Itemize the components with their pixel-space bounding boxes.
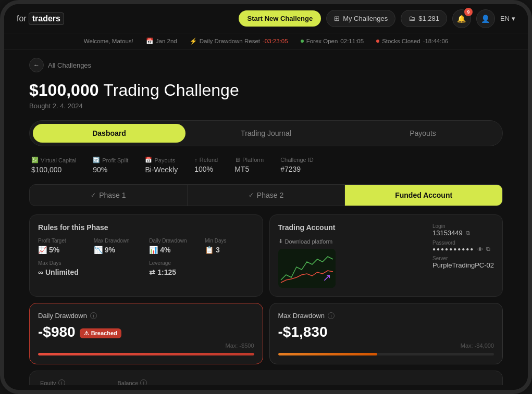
cursor-icon: ↗ — [323, 271, 331, 284]
rule-daily-drawdown: Daily Drawdown 📊 4% — [149, 238, 199, 254]
balance-info-icon[interactable]: i — [140, 379, 147, 385]
stat-refund: ↑ Refund 100% — [194, 157, 218, 174]
phase2-check-icon: ✓ — [249, 192, 254, 199]
sub-navigation: Welcome, Matous! 📅 Jan 2nd ⚡ Daily Drawd… — [4, 33, 528, 49]
forex-status-dot — [301, 40, 304, 43]
trading-account-card: Trading Account ⬇ Download platform — [269, 214, 503, 297]
breached-badge: ⚠ Breached — [80, 328, 121, 338]
max-drawdown-title: Max Drawdown — [278, 312, 325, 320]
max-drawdown-max: Max: -$4,000 — [278, 342, 494, 349]
daily-drawdown-card: Daily Drawdown i -$980 ⚠ Breached Max: -… — [29, 303, 263, 364]
drawdown-icon: 📉 — [94, 246, 103, 254]
nav-right: Start New Challenge ⊞ My Challenges 🗂 $1… — [239, 9, 515, 28]
daily-drawdown-info-icon[interactable]: i — [90, 312, 97, 319]
copy-password-button[interactable]: ⧉ — [486, 246, 490, 252]
forex-open-item: Forex Open 02:11:05 — [301, 38, 364, 44]
my-challenges-button[interactable]: ⊞ My Challenges — [326, 10, 395, 27]
stats-row: 💹 Virtual Capital $100,000 🔄 Profit Spli… — [29, 157, 503, 174]
daily-drawdown-amount: -$980 — [38, 324, 76, 340]
max-drawdown-info-icon[interactable]: i — [328, 312, 335, 319]
notification-badge: 9 — [464, 8, 473, 16]
copy-login-button[interactable]: ⧉ — [466, 230, 470, 236]
refund-icon: ↑ — [194, 157, 197, 163]
profit-icon: 📈 — [38, 246, 47, 254]
user-icon: 👤 — [481, 15, 490, 23]
rules-grid-2: Max Days ∞ Unlimited Leverage ⇄ 1:125 — [38, 260, 254, 276]
back-button[interactable]: ← — [29, 58, 44, 72]
main-content: ← All Challenges $100,000 Trading Challe… — [4, 49, 528, 385]
funded-account-tab[interactable]: Funded Account — [345, 185, 502, 206]
page-title: $100,000 Trading Challenge — [29, 81, 503, 100]
max-drawdown-amount: -$1,830 — [278, 324, 494, 340]
stocks-closed-item: Stocks Closed -18:44:06 — [376, 38, 448, 44]
phase-tabs: ✓ Phase 1 ✓ Phase 2 Funded Account — [29, 184, 503, 206]
platform-preview: ↗ — [278, 249, 336, 288]
equity-info-icon[interactable]: i — [58, 379, 65, 385]
phase1-tab[interactable]: ✓ Phase 1 — [30, 185, 187, 206]
login-row: Login 13153449 ⧉ — [432, 223, 494, 237]
tab-payouts[interactable]: Payouts — [347, 124, 499, 143]
rules-trading-row: Rules for this Phase Profit Target 📈 5% … — [29, 214, 503, 297]
daily-drawdown-title: Daily Drawdown — [38, 312, 87, 320]
logo-for: for — [17, 14, 27, 23]
toggle-password-button[interactable]: 👁 — [477, 246, 483, 252]
bought-date: Bought 2. 4. 2024 — [29, 102, 503, 110]
daily-drawdown-max: Max: -$500 — [38, 342, 254, 349]
calendar-icon: 📅 — [146, 37, 153, 45]
download-platform-link[interactable]: ⬇ Download platform — [278, 238, 426, 245]
stat-payouts: 📅 Payouts Bi-Weekly — [145, 157, 178, 174]
rule-min-days: Min Days 📋 3 — [205, 238, 254, 254]
daily-icon: 📊 — [149, 246, 158, 254]
phase1-check-icon: ✓ — [91, 192, 96, 199]
stat-virtual-capital: 💹 Virtual Capital $100,000 — [31, 157, 76, 174]
logo: for traders — [17, 12, 64, 25]
min-days-icon: 📋 — [205, 246, 214, 254]
welcome-message: Welcome, Matous! — [84, 38, 133, 44]
warning-icon: ⚠ — [84, 330, 89, 337]
rule-max-drawdown: Max Drawdown 📉 9% — [94, 238, 143, 254]
rule-profit-target: Profit Target 📈 5% — [38, 238, 88, 254]
stocks-status-dot — [376, 40, 379, 43]
rule-max-days: Max Days ∞ Unlimited — [38, 260, 143, 276]
phase2-tab[interactable]: ✓ Phase 2 — [187, 185, 345, 206]
trading-account-title: Trading Account — [278, 223, 426, 232]
password-row: Password ●●●●●●●●●● 👁 ⧉ — [432, 240, 494, 252]
top-navigation: for traders Start New Challenge ⊞ My Cha… — [4, 4, 528, 33]
payouts-icon: 📅 — [145, 157, 152, 163]
daily-drawdown-progress — [38, 353, 254, 355]
breadcrumb: ← All Challenges — [29, 58, 503, 72]
breadcrumb-label: All Challenges — [48, 61, 91, 69]
platform-icon: 🖥 — [234, 157, 240, 163]
tab-trading-journal[interactable]: Trading Journal — [190, 124, 342, 143]
stat-platform: 🖥 Platform MT5 — [234, 157, 264, 174]
start-challenge-button[interactable]: Start New Challenge — [239, 10, 321, 27]
drawdown-reset-item: ⚡ Daily Drawdown Reset -03:23:05 — [190, 37, 288, 45]
profit-split-icon: 🔄 — [93, 157, 100, 163]
notification-button[interactable]: 🔔 9 — [452, 9, 471, 28]
server-row: Server PurpleTradingPC-02 — [432, 256, 494, 269]
max-days-icon: ∞ — [38, 268, 43, 276]
equity-item: Equity i $112,713 — [40, 379, 96, 385]
stat-challenge-id: Challenge ID #7239 — [280, 157, 314, 174]
rule-leverage: Leverage ⇄ 1:125 — [149, 260, 254, 276]
login-info: Login 13153449 ⧉ Password ●●●●●●●●●● — [432, 223, 494, 288]
logo-traders: traders — [29, 12, 64, 25]
virtual-capital-icon: 💹 — [31, 157, 39, 163]
max-drawdown-fill — [278, 353, 378, 355]
balance-button[interactable]: 🗂 $1,281 — [401, 10, 447, 27]
download-icon: ⬇ — [278, 238, 283, 245]
max-drawdown-card: Max Drawdown i -$1,830 Max: -$4,000 — [269, 303, 503, 364]
chevron-down-icon: ▾ — [512, 15, 515, 22]
rules-title: Rules for this Phase — [38, 223, 254, 232]
rules-grid: Profit Target 📈 5% Max Drawdown 📉 9% — [38, 238, 254, 254]
profile-button[interactable]: 👤 — [476, 9, 495, 28]
tab-dashboard[interactable]: Dasboard — [33, 124, 185, 143]
daily-drawdown-fill — [38, 353, 254, 355]
rules-card: Rules for this Phase Profit Target 📈 5% … — [29, 214, 263, 297]
reset-icon: ⚡ — [190, 37, 197, 45]
main-tabs: Dasboard Trading Journal Payouts — [29, 120, 503, 146]
stat-profit-split: 🔄 Profit Split 90% — [93, 157, 128, 174]
language-button[interactable]: EN ▾ — [500, 15, 515, 22]
equity-balance-card: Equity i $112,713 Balance i $106,504 — [29, 371, 503, 385]
challenges-icon: ⊞ — [334, 15, 340, 22]
